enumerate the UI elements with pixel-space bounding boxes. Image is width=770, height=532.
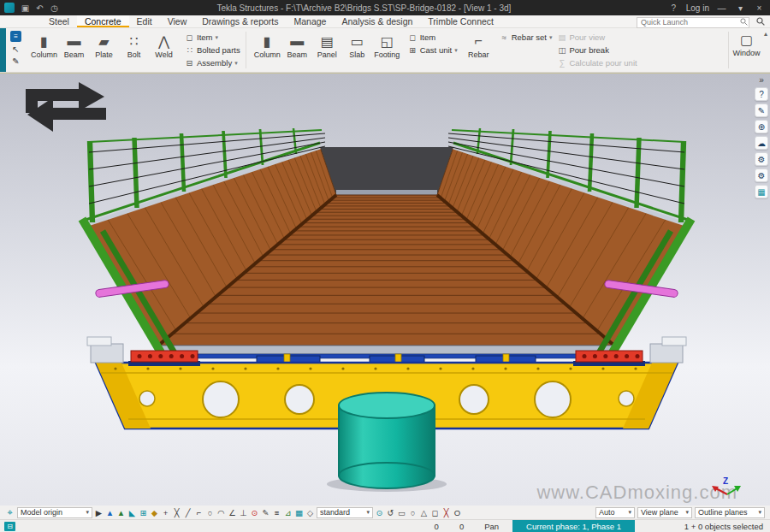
side-pane-edge[interactable]: [0, 28, 6, 72]
cast-unit-button[interactable]: ⊞Cast unit▾: [408, 45, 458, 55]
snap-line-icon[interactable]: ╱: [182, 506, 193, 519]
history-icon[interactable]: ◷: [48, 3, 61, 13]
undo-icon[interactable]: ↶: [33, 3, 46, 13]
snap-circle-icon[interactable]: ○: [204, 506, 216, 519]
rebar-button[interactable]: ⌐Rebar: [464, 30, 494, 70]
ortho-indicator[interactable]: O: [452, 506, 463, 519]
view-plane-dropdown[interactable]: View plane ▾: [637, 507, 692, 518]
sketch-icon[interactable]: ✎: [260, 506, 271, 519]
help-icon[interactable]: ?: [667, 3, 680, 13]
steel-beam-button[interactable]: ▬Beam: [59, 30, 89, 70]
settings-icon[interactable]: ⚙: [755, 152, 768, 166]
pier-top: [339, 393, 435, 418]
file-menu-button[interactable]: ≡: [10, 31, 21, 42]
auto-dropdown[interactable]: Auto ▾: [595, 507, 635, 518]
help-icon[interactable]: ?: [755, 87, 768, 101]
dropdown-caret-icon[interactable]: ▾: [734, 3, 747, 13]
rotate-icon[interactable]: ↺: [385, 506, 396, 519]
tab-concrete[interactable]: Concrete: [77, 15, 129, 27]
bridge-far-end[interactable]: [320, 147, 453, 195]
concrete-slab-button[interactable]: ▭Slab: [342, 30, 372, 70]
snap-points-icon[interactable]: ▲: [104, 506, 116, 519]
plate-icon: ▰: [98, 31, 109, 51]
tab-drawings-reports[interactable]: Drawings & reports: [194, 15, 286, 27]
tracking-icon[interactable]: ⊙: [374, 506, 385, 519]
snap-grid-icon[interactable]: ⊞: [138, 506, 149, 519]
snap-corner-icon[interactable]: ◣: [127, 506, 138, 519]
concrete-column-button[interactable]: ▮Column: [252, 30, 282, 70]
delete-tool-icon[interactable]: ╳: [441, 506, 452, 519]
snap-intersection-icon[interactable]: +: [160, 506, 171, 519]
outline-planes-dropdown[interactable]: Outline planes ▾: [695, 507, 765, 518]
snap-profile-dropdown[interactable]: standard ▾: [317, 507, 373, 518]
concrete-beam-button[interactable]: ▬Beam: [282, 30, 312, 70]
steel-column-button[interactable]: ▮Column: [29, 30, 59, 70]
rebar-set-button[interactable]: ≈Rebar set▾: [500, 33, 553, 42]
tab-steel[interactable]: Steel: [41, 15, 77, 27]
snap-diamond-icon[interactable]: ◇: [305, 506, 316, 519]
model-viewport[interactable]: www.CADmoxing.com Z » ?✎⊕☁⚙⚙▦: [0, 73, 770, 505]
steel-plate-button[interactable]: ▰Plate: [89, 30, 119, 70]
quick-launch-input[interactable]: [637, 17, 749, 28]
tab-view[interactable]: View: [160, 15, 195, 27]
button-label: Plate: [95, 51, 113, 59]
tab-edit[interactable]: Edit: [129, 15, 160, 27]
edit-icon[interactable]: ✎: [755, 103, 768, 117]
grid-toggle-icon[interactable]: ▦: [293, 506, 305, 519]
phase-indicator[interactable]: Current phase: 1, Phase 1: [512, 520, 635, 532]
snap-ortho-icon[interactable]: ⊥: [238, 506, 249, 519]
preferences-icon[interactable]: ⚙: [755, 168, 768, 182]
select-cursor-icon[interactable]: ▶: [93, 506, 104, 519]
close-button[interactable]: ×: [753, 3, 766, 13]
select-cursor-icon[interactable]: ↖: [12, 44, 19, 54]
origin-icon[interactable]: ⌖: [3, 507, 16, 518]
ribbon-collapse-button[interactable]: ▴: [764, 30, 767, 38]
snap-point-icon[interactable]: ◆: [149, 506, 160, 519]
right-top-plate[interactable]: [662, 337, 686, 346]
steel-bolt-button[interactable]: ∷Bolt: [119, 30, 149, 70]
circle-tool-icon[interactable]: ○: [407, 506, 418, 519]
item-button[interactable]: ◻Item▾: [185, 33, 240, 42]
snap-arc-icon[interactable]: ◠: [216, 506, 227, 519]
rect-tool-icon[interactable]: ▭: [396, 506, 407, 519]
bolted-parts-button[interactable]: ∷Bolted parts: [185, 45, 240, 55]
square-tool-icon[interactable]: ◻: [429, 506, 441, 519]
right-end-plate[interactable]: [650, 344, 683, 363]
snap-cross-icon[interactable]: ╳: [171, 506, 182, 519]
apps-icon[interactable]: ▦: [755, 185, 768, 198]
app-logo-icon[interactable]: [4, 3, 15, 13]
snap-lines-icon[interactable]: ▲: [116, 506, 127, 519]
snap-parallel-icon[interactable]: ≡: [271, 506, 282, 519]
steel-weld-button[interactable]: ⋀Weld: [149, 30, 179, 70]
minimize-button[interactable]: —: [715, 3, 728, 13]
calculate-pour-unit-button[interactable]: ∑Calculate pour unit: [557, 58, 637, 68]
pour-break-button[interactable]: ◫Pour break: [557, 45, 637, 55]
tab-analysis-design[interactable]: Analysis & design: [334, 15, 420, 27]
pen-tool-icon[interactable]: ✎: [12, 56, 19, 66]
pour-view-button[interactable]: ▤Pour view: [557, 33, 637, 42]
model-origin-dropdown[interactable]: Model origin ▾: [17, 507, 92, 518]
model-view-3d[interactable]: www.CADmoxing.com Z: [0, 74, 770, 505]
assembly-button[interactable]: ⊟Assembly▾: [185, 58, 240, 68]
polygon-tool-icon[interactable]: △: [418, 506, 429, 519]
left-end-plate[interactable]: [91, 344, 123, 363]
snap-angle-icon[interactable]: ∠: [227, 506, 238, 519]
status-grid-icon[interactable]: ⊟: [4, 522, 15, 531]
login-button[interactable]: Log in: [686, 3, 709, 13]
deck-fascia[interactable]: [158, 346, 614, 354]
globe-icon[interactable]: ⊕: [755, 120, 768, 133]
search-icon[interactable]: [756, 17, 765, 26]
concrete-item-button[interactable]: ◻Item: [408, 33, 458, 42]
tab-manage[interactable]: Manage: [287, 15, 335, 27]
concrete-footing-button[interactable]: ◱Footing: [372, 30, 402, 70]
concrete-panel-button[interactable]: ▤Panel: [312, 30, 342, 70]
window-button[interactable]: ▢Window: [732, 28, 761, 72]
snap-center-icon[interactable]: ⊙: [249, 506, 260, 519]
tab-trimble-connect[interactable]: Trimble Connect: [420, 15, 501, 27]
snap-triangle-icon[interactable]: ⊿: [282, 506, 293, 519]
cloud-icon[interactable]: ☁: [755, 136, 768, 150]
save-icon[interactable]: ▣: [19, 3, 32, 13]
snap-perpendicular-icon[interactable]: ⌐: [193, 506, 204, 519]
collapse-panel-icon[interactable]: »: [759, 76, 764, 85]
left-top-plate[interactable]: [87, 337, 111, 346]
